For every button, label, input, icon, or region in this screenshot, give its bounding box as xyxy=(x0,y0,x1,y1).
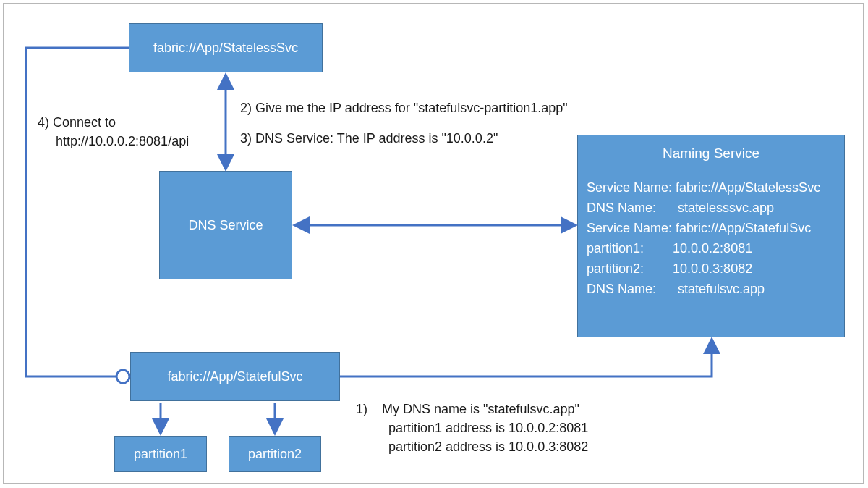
dns-service-box: DNS Service xyxy=(159,171,292,279)
partition1-box: partition1 xyxy=(114,436,207,472)
naming-service-box: Naming Service Service Name: fabric://Ap… xyxy=(577,135,845,337)
naming-line: Service Name: fabric://App/StatefulSvc xyxy=(587,218,835,238)
stateless-service-box: fabric://App/StatelessSvc xyxy=(129,23,323,72)
stateful-service-label: fabric://App/StatefulSvc xyxy=(167,369,302,384)
partition1-label: partition1 xyxy=(134,447,187,462)
stateful-service-box: fabric://App/StatefulSvc xyxy=(130,352,340,401)
naming-service-details: Service Name: fabric://App/StatelessSvc … xyxy=(587,177,835,299)
step-3-label: 3) DNS Service: The IP address is "10.0.… xyxy=(240,129,498,148)
naming-line: partition1: 10.0.0.2:8081 xyxy=(587,238,835,258)
step-1-label: 1) My DNS name is "statefulsvc.app" part… xyxy=(356,400,588,456)
naming-line: DNS Name: statelesssvc.app xyxy=(587,198,835,218)
step-4-label: 4) Connect to http://10.0.0.2:8081/api xyxy=(38,113,189,151)
stateless-service-label: fabric://App/StatelessSvc xyxy=(153,41,298,56)
naming-line: Service Name: fabric://App/StatelessSvc xyxy=(587,177,835,198)
partition2-box: partition2 xyxy=(229,436,321,472)
naming-service-title: Naming Service xyxy=(578,146,844,161)
partition2-label: partition2 xyxy=(248,447,302,462)
dns-service-label: DNS Service xyxy=(188,218,263,233)
naming-line: partition2: 10.0.0.3:8082 xyxy=(587,258,835,279)
step-2-label: 2) Give me the IP address for "statefuls… xyxy=(240,98,568,117)
naming-line: DNS Name: statefulsvc.app xyxy=(587,279,835,299)
